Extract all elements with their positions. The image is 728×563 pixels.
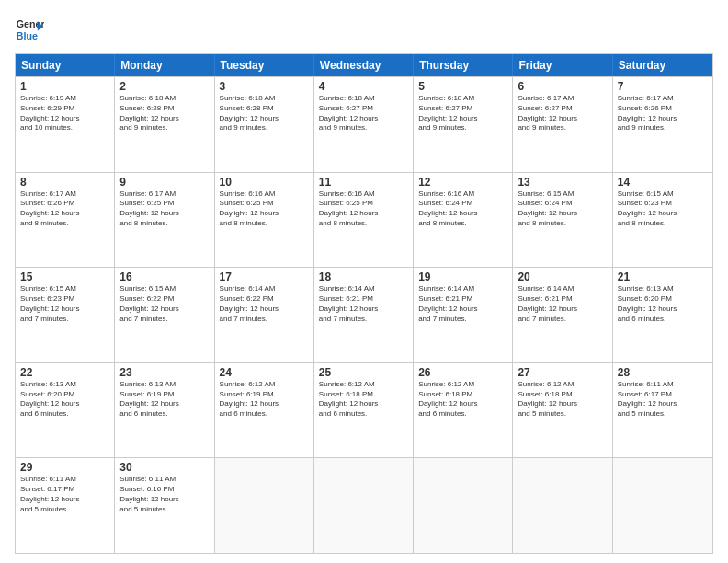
day-info: Sunrise: 6:15 AM Sunset: 6:23 PM Dayligh… (20, 284, 109, 324)
day-number: 13 (518, 176, 607, 189)
logo-icon: General Blue (15, 15, 44, 44)
calendar-cell: 18Sunrise: 6:14 AM Sunset: 6:21 PM Dayli… (314, 268, 414, 362)
day-number: 17 (220, 270, 309, 283)
calendar-cell: 22Sunrise: 6:13 AM Sunset: 6:20 PM Dayli… (16, 363, 115, 458)
calendar-cell: 19Sunrise: 6:14 AM Sunset: 6:21 PM Dayli… (414, 268, 513, 362)
calendar-cell: 12Sunrise: 6:16 AM Sunset: 6:24 PM Dayli… (414, 173, 513, 268)
day-info: Sunrise: 6:18 AM Sunset: 6:28 PM Dayligh… (220, 94, 309, 133)
calendar-cell: 10Sunrise: 6:16 AM Sunset: 6:25 PM Dayli… (215, 173, 314, 268)
calendar-cell: 11Sunrise: 6:16 AM Sunset: 6:25 PM Dayli… (314, 173, 414, 268)
calendar-cell: 24Sunrise: 6:12 AM Sunset: 6:19 PM Dayli… (215, 363, 314, 458)
calendar-cell: 7Sunrise: 6:17 AM Sunset: 6:26 PM Daylig… (613, 77, 712, 172)
calendar-cell: 9Sunrise: 6:17 AM Sunset: 6:25 PM Daylig… (115, 173, 214, 268)
day-number: 22 (20, 366, 109, 379)
calendar-cell: 5Sunrise: 6:18 AM Sunset: 6:27 PM Daylig… (414, 77, 513, 172)
header-day: Wednesday (314, 54, 414, 76)
day-number: 2 (119, 80, 209, 93)
day-number: 28 (618, 366, 708, 379)
day-info: Sunrise: 6:17 AM Sunset: 6:26 PM Dayligh… (618, 94, 708, 133)
calendar-cell: 4Sunrise: 6:18 AM Sunset: 6:27 PM Daylig… (314, 77, 414, 172)
calendar-cell: 25Sunrise: 6:12 AM Sunset: 6:18 PM Dayli… (314, 363, 414, 458)
day-info: Sunrise: 6:12 AM Sunset: 6:18 PM Dayligh… (518, 380, 607, 419)
page: General Blue SundayMondayTuesdayWednesda… (0, 0, 728, 563)
day-number: 21 (618, 270, 708, 283)
header-day: Sunday (16, 54, 115, 76)
day-number: 30 (119, 461, 209, 474)
day-info: Sunrise: 6:19 AM Sunset: 6:29 PM Dayligh… (20, 94, 109, 133)
calendar-cell: 3Sunrise: 6:18 AM Sunset: 6:28 PM Daylig… (215, 77, 314, 172)
calendar-body: 1Sunrise: 6:19 AM Sunset: 6:29 PM Daylig… (16, 76, 712, 553)
calendar-cell: 23Sunrise: 6:13 AM Sunset: 6:19 PM Dayli… (115, 363, 214, 458)
day-number: 12 (418, 176, 507, 189)
calendar-cell (215, 458, 314, 553)
svg-text:Blue: Blue (17, 30, 38, 41)
day-number: 23 (119, 366, 209, 379)
day-info: Sunrise: 6:15 AM Sunset: 6:22 PM Dayligh… (119, 284, 209, 324)
day-info: Sunrise: 6:14 AM Sunset: 6:21 PM Dayligh… (518, 284, 607, 324)
calendar-cell: 16Sunrise: 6:15 AM Sunset: 6:22 PM Dayli… (115, 268, 214, 362)
day-number: 15 (20, 270, 109, 283)
calendar-cell: 20Sunrise: 6:14 AM Sunset: 6:21 PM Dayli… (513, 268, 612, 362)
day-number: 14 (618, 176, 708, 189)
day-number: 27 (518, 366, 607, 379)
logo: General Blue (15, 15, 44, 44)
day-number: 26 (418, 366, 507, 379)
calendar-cell: 27Sunrise: 6:12 AM Sunset: 6:18 PM Dayli… (513, 363, 612, 458)
day-info: Sunrise: 6:11 AM Sunset: 6:17 PM Dayligh… (618, 380, 708, 419)
day-info: Sunrise: 6:11 AM Sunset: 6:16 PM Dayligh… (119, 475, 209, 514)
day-number: 16 (119, 270, 209, 283)
day-info: Sunrise: 6:18 AM Sunset: 6:27 PM Dayligh… (319, 94, 408, 133)
day-number: 19 (418, 270, 507, 283)
day-info: Sunrise: 6:11 AM Sunset: 6:17 PM Dayligh… (20, 475, 109, 514)
day-number: 25 (319, 366, 408, 379)
day-info: Sunrise: 6:17 AM Sunset: 6:27 PM Dayligh… (518, 94, 607, 133)
day-number: 20 (518, 270, 607, 283)
calendar-cell: 28Sunrise: 6:11 AM Sunset: 6:17 PM Dayli… (613, 363, 712, 458)
header-day: Friday (513, 54, 612, 76)
day-number: 9 (119, 176, 209, 189)
calendar-cell: 17Sunrise: 6:14 AM Sunset: 6:22 PM Dayli… (215, 268, 314, 362)
day-info: Sunrise: 6:13 AM Sunset: 6:19 PM Dayligh… (119, 380, 209, 419)
calendar-cell: 15Sunrise: 6:15 AM Sunset: 6:23 PM Dayli… (16, 268, 115, 362)
calendar-row: 15Sunrise: 6:15 AM Sunset: 6:23 PM Dayli… (16, 267, 712, 362)
day-info: Sunrise: 6:18 AM Sunset: 6:28 PM Dayligh… (119, 94, 209, 133)
calendar-cell: 29Sunrise: 6:11 AM Sunset: 6:17 PM Dayli… (16, 458, 115, 553)
day-info: Sunrise: 6:13 AM Sunset: 6:20 PM Dayligh… (618, 284, 708, 324)
day-number: 18 (319, 270, 408, 283)
day-info: Sunrise: 6:12 AM Sunset: 6:18 PM Dayligh… (319, 380, 408, 419)
header-day: Saturday (613, 54, 712, 76)
calendar-row: 1Sunrise: 6:19 AM Sunset: 6:29 PM Daylig… (16, 76, 712, 172)
calendar-cell: 14Sunrise: 6:15 AM Sunset: 6:23 PM Dayli… (613, 173, 712, 268)
calendar-cell: 13Sunrise: 6:15 AM Sunset: 6:24 PM Dayli… (513, 173, 612, 268)
day-info: Sunrise: 6:18 AM Sunset: 6:27 PM Dayligh… (418, 94, 507, 133)
day-number: 8 (20, 176, 109, 189)
calendar-cell (414, 458, 513, 553)
day-info: Sunrise: 6:17 AM Sunset: 6:26 PM Dayligh… (20, 190, 109, 229)
day-number: 29 (20, 461, 109, 474)
day-number: 24 (220, 366, 309, 379)
calendar-cell: 26Sunrise: 6:12 AM Sunset: 6:18 PM Dayli… (414, 363, 513, 458)
header-day: Monday (115, 54, 214, 76)
day-number: 3 (220, 80, 309, 93)
calendar-row: 22Sunrise: 6:13 AM Sunset: 6:20 PM Dayli… (16, 362, 712, 458)
day-number: 5 (418, 80, 507, 93)
day-info: Sunrise: 6:12 AM Sunset: 6:18 PM Dayligh… (418, 380, 507, 419)
day-info: Sunrise: 6:14 AM Sunset: 6:22 PM Dayligh… (220, 284, 309, 324)
calendar-cell (513, 458, 612, 553)
calendar-cell (613, 458, 712, 553)
day-info: Sunrise: 6:17 AM Sunset: 6:25 PM Dayligh… (119, 190, 209, 229)
calendar-row: 29Sunrise: 6:11 AM Sunset: 6:17 PM Dayli… (16, 457, 712, 553)
calendar-row: 8Sunrise: 6:17 AM Sunset: 6:26 PM Daylig… (16, 172, 712, 268)
calendar-cell: 21Sunrise: 6:13 AM Sunset: 6:20 PM Dayli… (613, 268, 712, 362)
day-number: 10 (220, 176, 309, 189)
header: General Blue (15, 15, 713, 44)
calendar: SundayMondayTuesdayWednesdayThursdayFrid… (15, 53, 713, 554)
day-info: Sunrise: 6:15 AM Sunset: 6:24 PM Dayligh… (518, 190, 607, 229)
calendar-cell: 6Sunrise: 6:17 AM Sunset: 6:27 PM Daylig… (513, 77, 612, 172)
day-info: Sunrise: 6:16 AM Sunset: 6:25 PM Dayligh… (220, 190, 309, 229)
day-info: Sunrise: 6:15 AM Sunset: 6:23 PM Dayligh… (618, 190, 708, 229)
calendar-cell: 8Sunrise: 6:17 AM Sunset: 6:26 PM Daylig… (16, 173, 115, 268)
day-number: 4 (319, 80, 408, 93)
calendar-cell (314, 458, 414, 553)
day-info: Sunrise: 6:16 AM Sunset: 6:25 PM Dayligh… (319, 190, 408, 229)
